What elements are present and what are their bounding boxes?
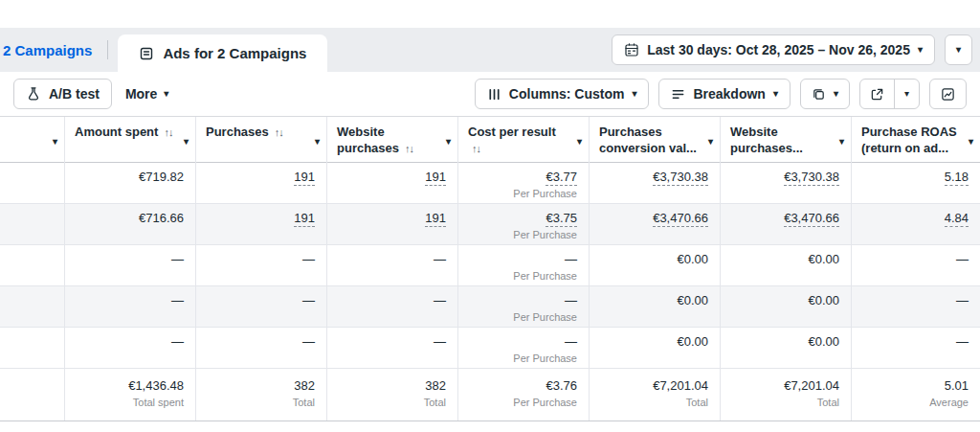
table-cell: — <box>196 286 327 327</box>
cell-value: — <box>434 293 446 307</box>
sort-icon[interactable]: ↑↓ <box>273 126 283 138</box>
column-header-website-purchases[interactable]: Website purchases ↑↓▾ <box>327 117 458 165</box>
tab-ads[interactable]: Ads for 2 Campaigns <box>118 34 327 72</box>
table-cell: — <box>327 245 458 285</box>
column-menu-caret-icon[interactable]: ▾ <box>53 134 57 147</box>
column-header-select[interactable]: ▾ <box>0 117 65 165</box>
cell-value[interactable]: €3,730.38 <box>784 170 839 186</box>
export-button[interactable] <box>860 80 894 108</box>
columns-button[interactable]: Columns: Custom ▾ <box>475 79 650 109</box>
column-header-label: Cost per result <box>468 125 556 139</box>
date-range-button[interactable]: Last 30 days: Oct 28, 2025 – Nov 26, 202… <box>612 34 935 65</box>
column-header-purchases-conversion-val[interactable]: Purchases conversion val...▾ <box>590 117 721 165</box>
cell-sublabel: Per Purchase <box>466 270 577 282</box>
column-menu-caret-icon[interactable]: ▾ <box>315 134 320 147</box>
charts-button[interactable] <box>929 79 967 109</box>
table-cell: — <box>852 328 980 368</box>
tab-bar: 2 Campaigns Ads for 2 Campaigns La <box>0 28 980 72</box>
cell-value: €0.00 <box>677 293 708 307</box>
tab-campaigns[interactable]: 2 Campaigns <box>0 42 107 58</box>
toolbar-right: Columns: Custom ▾ Breakdown ▾ <box>475 79 967 109</box>
column-menu-caret-icon[interactable]: ▾ <box>184 134 189 147</box>
totals-cell: €7,201.04Total <box>590 369 721 421</box>
export-options-button[interactable]: ▾ <box>894 80 919 108</box>
table-row[interactable]: ————Per Purchase€0.00€0.00— <box>0 245 980 286</box>
chevron-down-icon: ▾ <box>632 89 636 99</box>
column-header-purchases[interactable]: Purchases ↑↓▾ <box>196 117 327 165</box>
date-compare-button[interactable]: ▾ <box>945 34 972 65</box>
ads-manager-page: 2 Campaigns Ads for 2 Campaigns La <box>0 0 980 421</box>
sort-icon[interactable]: ↑↓ <box>472 143 480 154</box>
column-header-label: Website purchases <box>337 125 399 155</box>
cell-value[interactable]: 191 <box>294 211 315 227</box>
cell-value[interactable]: €3.75 <box>546 211 577 227</box>
totals-cell: €3.76Per Purchase <box>458 369 590 421</box>
column-menu-caret-icon[interactable]: ▾ <box>839 134 844 147</box>
table-cell: — <box>852 245 980 285</box>
column-header-label: Purchases conversion val... <box>599 125 697 155</box>
totals-sublabel: Total <box>204 397 315 408</box>
table-cell: €3,730.38 <box>721 163 852 203</box>
totals-sublabel: Total <box>728 397 839 408</box>
column-header-cost-per-result[interactable]: Cost per result ↑↓▾ <box>458 117 590 165</box>
chevron-down-icon: ▾ <box>904 89 909 99</box>
table-cell: — <box>327 286 458 327</box>
cell-value: €0.00 <box>808 293 839 307</box>
cell-value[interactable]: 191 <box>425 211 446 227</box>
cell-value[interactable]: 4.84 <box>945 211 969 227</box>
cell-value: €0.00 <box>677 334 708 349</box>
cell-value: — <box>956 334 969 349</box>
ab-test-button[interactable]: A/B test <box>13 79 112 109</box>
more-button[interactable]: More ▾ <box>125 86 168 102</box>
sort-icon[interactable]: ↑↓ <box>403 143 413 154</box>
cell-value[interactable]: 191 <box>294 170 315 186</box>
table-row[interactable]: €716.66191191€3.75Per Purchase€3,470.66€… <box>0 204 980 245</box>
table-cell: €0.00 <box>721 286 852 327</box>
column-menu-caret-icon[interactable]: ▾ <box>446 134 451 147</box>
tab-bar-right: Last 30 days: Oct 28, 2025 – Nov 26, 202… <box>612 34 980 65</box>
table-body: €719.82191191€3.77Per Purchase€3,730.38€… <box>0 163 980 369</box>
table-cell: €716.66 <box>65 204 196 244</box>
table-cell: €0.00 <box>590 286 721 327</box>
cell-value: — <box>565 293 577 307</box>
export-icon <box>870 87 884 102</box>
column-header-amount-spent[interactable]: Amount spent ↑↓▾ <box>65 117 196 165</box>
table-cell: — <box>65 328 196 368</box>
chevron-down-icon: ▾ <box>956 45 961 55</box>
cell-value[interactable]: 191 <box>425 170 446 186</box>
table-row[interactable]: ————Per Purchase€0.00€0.00— <box>0 328 980 369</box>
cell-value[interactable]: 5.18 <box>945 170 969 186</box>
table-cell: 191 <box>196 204 327 244</box>
breakdown-icon <box>671 87 685 102</box>
table-row[interactable]: €719.82191191€3.77Per Purchase€3,730.38€… <box>0 163 980 204</box>
cell-value[interactable]: €3,470.66 <box>784 211 839 227</box>
totals-cell: 382Total <box>327 369 458 421</box>
cell-value: — <box>171 252 184 266</box>
table-cell: — <box>196 328 327 368</box>
totals-sublabel: Total spent <box>73 397 184 408</box>
column-menu-caret-icon[interactable]: ▾ <box>969 134 973 147</box>
totals-cell <box>0 369 65 421</box>
cell-value[interactable]: €3,470.66 <box>653 211 708 227</box>
column-header-purchase-roas-return-on-ad[interactable]: Purchase ROAS (return on ad...▾ <box>852 117 980 165</box>
cell-value: €716.66 <box>139 211 184 225</box>
cell-value: — <box>565 252 577 266</box>
cell-value: — <box>565 334 577 349</box>
column-menu-caret-icon[interactable]: ▾ <box>577 134 582 147</box>
table-cell <box>0 328 65 368</box>
table-cell: €3,470.66 <box>590 204 721 244</box>
cell-value[interactable]: €3.77 <box>546 170 577 186</box>
reports-button[interactable]: ▾ <box>800 79 850 109</box>
cell-value[interactable]: €3,730.38 <box>653 170 708 186</box>
cell-value: — <box>434 252 446 266</box>
column-menu-caret-icon[interactable]: ▾ <box>708 134 713 147</box>
table-cell: €0.00 <box>590 328 721 368</box>
table-row[interactable]: ————Per Purchase€0.00€0.00— <box>0 286 980 328</box>
cell-value: €0.00 <box>808 252 839 266</box>
ab-test-label: A/B test <box>49 86 100 102</box>
table-cell <box>0 163 65 203</box>
sort-icon[interactable]: ↑↓ <box>162 126 172 138</box>
table-cell: 191 <box>196 163 327 203</box>
column-header-website-purchases[interactable]: Website purchases...▾ <box>721 117 852 165</box>
breakdown-button[interactable]: Breakdown ▾ <box>658 79 791 109</box>
